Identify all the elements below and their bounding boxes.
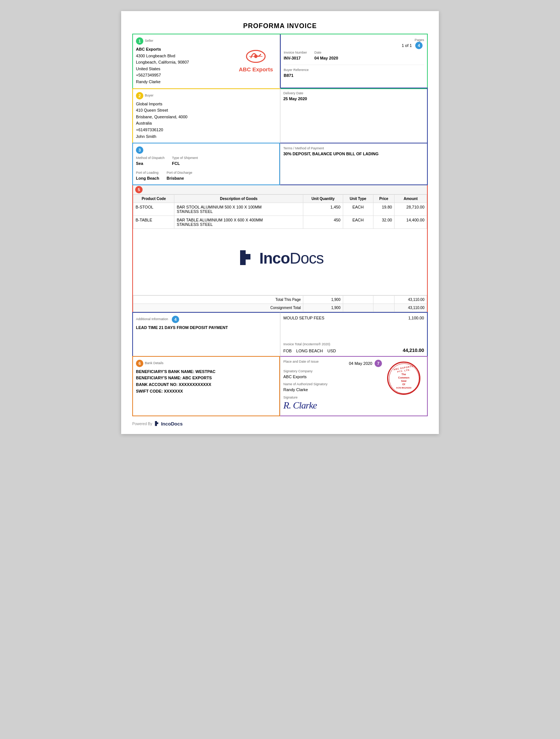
powered-brand: IncoDocs (161, 421, 183, 427)
stamp-text-middle: TheCommonSealOf (398, 373, 409, 386)
badge-6: 6 (136, 360, 143, 367)
fob-currency: USD (327, 349, 336, 353)
badge-4: 4 (415, 42, 423, 49)
inv-number-label: Invoice Number (284, 51, 307, 54)
incodocs-watermark-icon (236, 248, 255, 269)
dispatch-section: 3 Method of Dispatch Sea Type of Shipmen… (132, 143, 280, 185)
mould-amount: 1,100.00 (408, 316, 424, 320)
badge-1: 1 (136, 37, 143, 45)
fob-tag: FOB (283, 349, 292, 353)
dispatch-grid: Method of Dispatch Sea Type of Shipment … (136, 156, 276, 167)
consignment-label: Consignment Total (133, 304, 303, 312)
stamp-area: ABC EXPORTS PTY. LTD. TheCommonSealOf AC… (383, 360, 424, 397)
fob-info: FOB LONG BEACH USD (283, 349, 336, 353)
total-this-page-label: Total This Page (133, 295, 303, 304)
row1-unit: EACH (343, 203, 373, 216)
logo-text: ABC Exports (239, 66, 273, 72)
total-this-page-price (373, 295, 394, 304)
seller-info: ABC Exports 4300 Longbeach Blvd Longbeac… (136, 46, 189, 85)
row2-unit: EACH (343, 216, 373, 229)
bank-sig-row: 6 Bank Details BENEFICIARY'S BANK NAME: … (132, 356, 428, 416)
items-table-wrapper: 5 Product Code Description of Goods Unit… (132, 184, 428, 313)
additional-section: Additional Information 4 LEAD TIME 21 DA… (132, 312, 280, 357)
table-header-row: Product Code Description of Goods Unit Q… (133, 195, 427, 203)
delivery-label: Delivery Date (283, 91, 424, 95)
buyer-address2: Brisbane, Queensland, 4000 (136, 114, 277, 121)
col-amount: Amount (395, 195, 427, 203)
seller-company: ABC Exports (136, 46, 189, 53)
shipment-value: FCL (172, 160, 198, 167)
place-date-value-area: 04 May 2020 7 (349, 360, 383, 367)
loading-value: Long Beach (136, 175, 159, 182)
dispatch-ports: Port of Loading Long Beach Port of Disch… (136, 171, 276, 182)
pages-value: 1 of 1 (402, 43, 412, 48)
sig-label: Signature (283, 396, 383, 399)
payment-label: Terms / Method of Payment (283, 146, 424, 150)
powered-by-label: Powered By (132, 422, 152, 426)
watermark-area: IncoDocs (133, 229, 427, 288)
delivery-section: Delivery Date 25 May 2020 (280, 88, 428, 144)
additional-text: LEAD TIME 21 DAYS FROM DEPOSIT PAYMENT (136, 325, 277, 331)
sig-company-label: Signatory Company (283, 369, 383, 373)
discharge-label: Port of Discharge (167, 171, 192, 174)
badge-7: 7 (375, 360, 382, 367)
seller-address2: Longbeach, California, 90807 (136, 59, 189, 66)
logo-area: ABC Exports (235, 46, 277, 74)
badge-4b: 4 (172, 316, 179, 323)
inv-total-label: Invoice Total (Incoterms® 2020) (283, 342, 424, 346)
consignment-qty: 1,900 (303, 304, 343, 312)
inv-number-value: INV-3017 (284, 55, 307, 62)
bank-line3: BANK ACCOUNT NO: XXXXXXXXXXXX (136, 382, 276, 388)
bank-line4: SWIFT CODE: XXXXXXX (136, 388, 276, 395)
seller-content: ABC Exports 4300 Longbeach Blvd Longbeac… (136, 46, 277, 85)
col-price: Price (373, 195, 394, 203)
row2-qty: 450 (303, 216, 343, 229)
buyer-ref-value: B871 (284, 72, 424, 79)
row1-desc: BAR STOOL ALUMINIUM 500 X 100 X 100MMSTA… (174, 203, 303, 216)
buyer-info: Global Imports 410 Queen Street Brisbane… (136, 101, 277, 140)
row3-dispatch-payment: 3 Method of Dispatch Sea Type of Shipmen… (132, 143, 428, 185)
invoice-details-section: Pages 1 of 1 4 Invoice Number INV-3017 D… (280, 34, 427, 88)
signature-image: R. Clarke (283, 400, 383, 411)
table-row: B-STOOL BAR STOOL ALUMINIUM 500 X 100 X … (133, 203, 427, 216)
col-unit-type: Unit Type (343, 195, 373, 203)
row2-code: B-TABLE (133, 216, 174, 229)
row1-qty: 1,450 (303, 203, 343, 216)
row1-amount: 28,710.00 (395, 203, 427, 216)
stamp-text-bottom: ACN 86124233 (396, 387, 411, 390)
table-row: B-TABLE BAR TABLE ALUMINIUM 1000 X 600 X… (133, 216, 427, 229)
total-this-page-amount: 43,110.00 (395, 295, 427, 304)
delivery-date: 25 May 2020 (283, 96, 424, 102)
fob-amount: 44,210.00 (403, 348, 424, 353)
inv-total-area: Invoice Total (Incoterms® 2020) FOB LONG… (283, 342, 424, 353)
additional-label: Additional Information (136, 317, 168, 321)
date-label: Date (314, 51, 338, 54)
row2-buyer-delivery: 2 Buyer Global Imports 410 Queen Street … (132, 88, 428, 144)
consignment-unit (343, 304, 373, 312)
seller-section: 1 Seller ABC Exports 4300 Longbeach Blvd… (133, 34, 280, 88)
buyer-company: Global Imports (136, 101, 277, 108)
inv-total-row: FOB LONG BEACH USD 44,210.00 (283, 348, 424, 353)
total-this-page-qty: 1,900 (303, 295, 343, 304)
seller-label: Seller (145, 39, 153, 43)
pages-label: Pages (414, 38, 424, 42)
row2-price: 32.00 (373, 216, 394, 229)
port-loading: Port of Loading Long Beach (136, 171, 159, 182)
place-date-value: 04 May 2020 (349, 361, 372, 366)
buyer-label: Buyer (145, 94, 154, 97)
document-page: PROFORMA INVOICE 1 Seller ABC Exports 43… (121, 11, 439, 434)
col-qty: Unit Quantity (303, 195, 343, 203)
port-discharge: Port of Discharge Brisbane (167, 171, 192, 182)
fob-location: LONG BEACH (296, 349, 323, 353)
seller-contact: Randy Clarke (136, 79, 189, 85)
buyer-phone: +61497336120 (136, 127, 277, 133)
place-date-label: Place and Date of Issue (283, 360, 319, 363)
authorized-label: Name of Authorized Signatory (283, 382, 383, 386)
row2-desc: BAR TABLE ALUMINIUM 1000 X 600 X 400MMST… (174, 216, 303, 229)
consignment-total-row: Consignment Total 1,900 43,110.00 (133, 304, 427, 312)
powered-by-footer: Powered By IncoDocs (132, 421, 428, 427)
signature-section: Place and Date of Issue 04 May 2020 7 Si… (280, 356, 428, 416)
buyer-contact: John Smith (136, 133, 277, 140)
total-this-page-row: Total This Page 1,900 43,110.00 (133, 295, 427, 304)
loading-label: Port of Loading (136, 171, 159, 174)
